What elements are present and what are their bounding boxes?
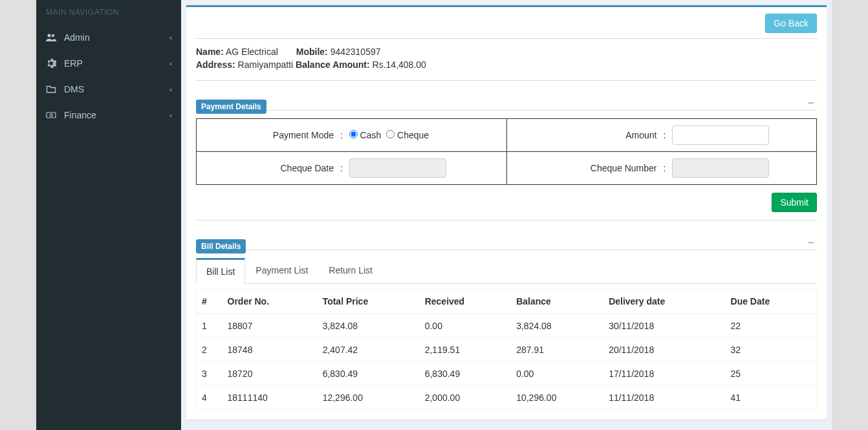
money-icon [46, 110, 59, 120]
cell-total-price: 3,824.08 [318, 314, 420, 338]
cheque-date-label: Cheque Date [204, 163, 334, 173]
cell-delivery-date: 17/11/2018 [603, 362, 725, 386]
go-back-button[interactable]: Go Back [765, 14, 817, 33]
name-value: AG Electrical [226, 47, 278, 57]
sidebar: MAIN NAVIGATION Admin ‹ ERP ‹ DMS ‹ [36, 0, 181, 430]
cell-order-no: 18720 [222, 362, 318, 386]
cell-order-no: 18111140 [222, 386, 318, 410]
cell-delivery-date: 20/11/2018 [603, 338, 725, 362]
cell-due-date: 25 [726, 362, 817, 386]
address-value: Ramiyampatti [238, 59, 294, 70]
chevron-left-icon: ‹ [169, 111, 172, 119]
sidebar-section-title: MAIN NAVIGATION [36, 0, 181, 25]
cheque-number-label: Cheque Number [515, 163, 657, 173]
cell-order-no: 18748 [222, 338, 318, 362]
cell-due-date: 41 [726, 386, 817, 410]
payment-mode-label: Payment Mode [204, 130, 334, 140]
amount-label: Amount [515, 130, 657, 140]
sidebar-item-label: Finance [64, 110, 96, 120]
name-label: Name: [196, 47, 224, 57]
tab-bill-list[interactable]: Bill List [196, 258, 245, 284]
sidebar-item-label: Admin [64, 32, 90, 43]
cheque-number-input [672, 158, 769, 178]
sidebar-item-dms[interactable]: DMS ‹ [36, 76, 181, 102]
col-idx: # [197, 290, 222, 314]
cell-balance: 0.00 [511, 362, 603, 386]
amount-input[interactable] [672, 125, 769, 145]
table-row[interactable]: 2187482,407.422,119.51287.9120/11/201832 [197, 338, 817, 362]
cell-due-date: 22 [726, 314, 817, 338]
main-panel: Go Back Name: AG Electrical Mobile: 9442… [186, 5, 827, 420]
customer-info: Name: AG Electrical Mobile: 9442310597 A… [196, 38, 817, 81]
bill-table: # Order No. Total Price Received Balance… [196, 289, 817, 410]
sidebar-item-finance[interactable]: Finance ‹ [36, 102, 181, 128]
cell-total-price: 6,830.49 [318, 362, 420, 386]
cell-order-no: 18807 [222, 314, 318, 338]
folder-icon [46, 84, 59, 94]
submit-row: Submit [196, 193, 817, 220]
chevron-left-icon: ‹ [169, 34, 172, 41]
collapse-payment-button[interactable]: − [805, 96, 817, 110]
submit-button[interactable]: Submit [772, 193, 817, 212]
cell-idx: 1 [197, 314, 222, 338]
cell-idx: 4 [197, 386, 222, 410]
payment-mode-cash-radio[interactable] [349, 130, 358, 138]
col-delivery-date: Delivery date [603, 290, 725, 314]
svg-point-0 [48, 34, 51, 38]
cell-received: 2,000.00 [420, 386, 511, 410]
table-row[interactable]: 1188073,824.080.003,824.0830/11/201822 [197, 314, 817, 338]
cell-idx: 2 [197, 338, 222, 362]
cell-delivery-date: 30/11/2018 [603, 314, 725, 338]
cell-balance: 3,824.08 [511, 314, 603, 338]
cheque-date-input [349, 158, 446, 178]
table-header-row: # Order No. Total Price Received Balance… [197, 290, 817, 314]
payment-form-table: Payment Mode : Cash Cheque Amount [196, 118, 817, 185]
mobile-value: 9442310597 [331, 47, 381, 57]
page-right-gutter [832, 0, 868, 430]
svg-point-3 [50, 114, 52, 116]
cell-received: 6,830.49 [420, 362, 511, 386]
cell-idx: 3 [197, 362, 222, 386]
collapse-bill-button[interactable]: − [805, 236, 817, 250]
bill-section-header: Bill Details − [196, 230, 817, 250]
table-row[interactable]: 41811114012,296.002,000.0010,296.0011/11… [197, 386, 817, 410]
payment-mode-cheque-radio[interactable] [386, 130, 395, 138]
sidebar-item-label: DMS [64, 84, 84, 94]
sidebar-item-admin[interactable]: Admin ‹ [36, 25, 181, 50]
col-due-date: Due Date [726, 290, 817, 314]
table-row[interactable]: 3187206,830.496,830.490.0017/11/201825 [197, 362, 817, 386]
cell-due-date: 32 [726, 338, 817, 362]
cell-received: 2,119.51 [420, 338, 511, 362]
bill-section-title: Bill Details [196, 239, 246, 253]
cell-balance: 287.91 [511, 338, 603, 362]
col-order-no: Order No. [222, 290, 318, 314]
main-content: Go Back Name: AG Electrical Mobile: 9442… [181, 0, 832, 430]
col-received: Received [420, 290, 511, 314]
svg-point-1 [52, 34, 54, 37]
sidebar-item-erp[interactable]: ERP ‹ [36, 50, 181, 76]
address-label: Address: [196, 59, 235, 70]
gear-icon [46, 58, 59, 69]
sidebar-item-label: ERP [64, 58, 83, 69]
chevron-left-icon: ‹ [169, 59, 172, 67]
payment-mode-cash[interactable]: Cash [349, 130, 384, 140]
payment-section-title: Payment Details [196, 100, 266, 114]
tab-payment-list[interactable]: Payment List [245, 258, 318, 284]
cell-total-price: 2,407.42 [318, 338, 420, 362]
cell-total-price: 12,296.00 [318, 386, 420, 410]
mobile-label: Mobile: [296, 47, 328, 57]
page-left-gutter [0, 0, 36, 430]
go-back-row: Go Back [196, 14, 817, 38]
chevron-left-icon: ‹ [169, 85, 172, 93]
balance-value: Rs.14,408.00 [373, 59, 426, 70]
col-total-price: Total Price [318, 290, 420, 314]
svg-rect-2 [47, 113, 56, 118]
payment-mode-cheque[interactable]: Cheque [386, 130, 429, 140]
tab-return-list[interactable]: Return List [318, 258, 383, 284]
users-icon [46, 32, 59, 43]
bill-tabs: Bill List Payment List Return List [196, 258, 817, 284]
balance-label: Balance Amount: [296, 59, 370, 70]
cell-delivery-date: 11/11/2018 [603, 386, 725, 410]
col-balance: Balance [511, 290, 603, 314]
payment-section-header: Payment Details − [196, 91, 817, 111]
